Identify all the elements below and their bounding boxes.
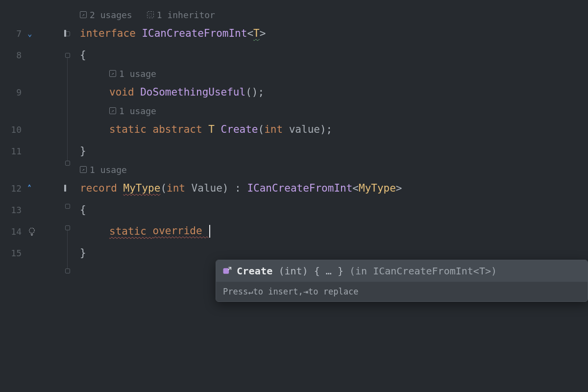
footer-text: to replace bbox=[308, 287, 358, 296]
fold-handle-icon[interactable] bbox=[65, 269, 70, 273]
svg-rect-1 bbox=[223, 268, 229, 274]
punctuation: (); bbox=[245, 86, 264, 98]
code-line[interactable]: record MyType(int Value) : ICanCreateFro… bbox=[71, 177, 588, 199]
keyword: int bbox=[264, 123, 289, 135]
method-name: Create bbox=[221, 123, 258, 135]
footer-text: to insert, bbox=[253, 287, 303, 296]
line-number: 8 bbox=[0, 50, 24, 60]
type-param: T bbox=[253, 27, 260, 39]
inheritors-hint: 1 inheritor bbox=[157, 10, 215, 20]
tab-key-icon: ⇥ bbox=[303, 287, 308, 296]
keyword: void bbox=[109, 86, 140, 98]
code-line[interactable]: interface ICanCreateFromInt<T> bbox=[71, 23, 588, 44]
code-line[interactable]: void DoSomethingUseful(); bbox=[71, 81, 588, 103]
footer-text: Press bbox=[223, 287, 248, 296]
keyword: static bbox=[109, 123, 153, 135]
type-name: MyType bbox=[123, 182, 161, 194]
paren: ( bbox=[160, 182, 167, 194]
gutter-row[interactable]: 10 bbox=[0, 119, 71, 140]
line-number: 13 bbox=[0, 205, 24, 215]
gutter-row[interactable]: 14 bbox=[0, 220, 71, 242]
punctuation: ) : bbox=[222, 182, 247, 194]
angle-bracket: > bbox=[260, 27, 266, 39]
angle-bracket: < bbox=[352, 182, 359, 194]
implements-icon[interactable]: ˄ bbox=[27, 184, 31, 193]
usages-hint: 1 usage bbox=[119, 69, 156, 79]
parameter: value bbox=[289, 123, 320, 135]
usage-icon: ↗ bbox=[80, 11, 87, 18]
completion-sig: (int) { … } bbox=[279, 265, 343, 277]
type-name: MyType bbox=[359, 182, 396, 194]
inheritor-icon: ⬚ bbox=[147, 11, 154, 18]
code-line[interactable]: static abstract T Create(int value); bbox=[71, 119, 588, 140]
keyword: int bbox=[167, 182, 192, 194]
code-vision[interactable]: ↗2 usages ⬚1 inheritor bbox=[71, 7, 588, 23]
gutter: 7 ⌄ 8 9 10 11 12 ˄ bbox=[0, 0, 71, 392]
keyword: abstract bbox=[153, 123, 209, 135]
usages-hint: 2 usages bbox=[90, 10, 132, 20]
keyword: override bbox=[153, 225, 211, 238]
usage-icon: ↗ bbox=[109, 70, 116, 77]
change-marker-icon bbox=[64, 185, 66, 192]
method-name: DoSomethingUseful bbox=[140, 86, 245, 98]
return-type: T bbox=[208, 123, 220, 135]
completion-item[interactable]: Create (int) { … } (in ICanCreateFromInt… bbox=[216, 260, 588, 282]
line-number: 7 bbox=[0, 28, 24, 39]
angle-bracket: > bbox=[396, 182, 402, 194]
gutter-row[interactable]: 8 bbox=[0, 44, 71, 66]
usages-hint: 1 usage bbox=[90, 165, 127, 175]
code-vision[interactable]: ↗1 usage bbox=[71, 66, 588, 81]
usage-icon: ↗ bbox=[80, 166, 87, 173]
keyword: interface bbox=[80, 27, 142, 39]
method-override-icon bbox=[222, 266, 232, 276]
keyword: record bbox=[80, 182, 123, 194]
enter-key-icon: ↵ bbox=[248, 287, 253, 296]
gutter-row[interactable]: 11 bbox=[0, 140, 71, 162]
usages-hint: 1 usage bbox=[119, 106, 156, 116]
type-name: ICanCreateFromInt bbox=[142, 27, 247, 39]
svg-point-0 bbox=[29, 228, 35, 233]
gutter-row[interactable]: 13 bbox=[0, 199, 71, 220]
type-name: ICanCreateFromInt bbox=[247, 182, 352, 194]
code-line-caret[interactable]: static override bbox=[71, 220, 588, 242]
usage-icon: ↗ bbox=[109, 107, 116, 114]
change-marker-icon bbox=[64, 30, 66, 37]
completion-origin: (in ICanCreateFromInt<T>) bbox=[349, 265, 497, 277]
lightbulb-icon[interactable] bbox=[27, 227, 36, 236]
gutter-row[interactable]: 9 bbox=[0, 81, 71, 103]
gutter-row[interactable]: 7 ⌄ bbox=[0, 23, 71, 44]
line-number: 9 bbox=[0, 87, 24, 98]
code-line[interactable]: { bbox=[71, 199, 588, 220]
gutter-row[interactable]: 12 ˄ bbox=[0, 177, 71, 199]
code-editor[interactable]: 7 ⌄ 8 9 10 11 12 ˄ bbox=[0, 0, 588, 392]
code-vision[interactable]: ↗1 usage bbox=[71, 162, 588, 177]
implemented-icon[interactable]: ⌄ bbox=[27, 29, 32, 38]
brace: { bbox=[80, 49, 86, 61]
gutter-row[interactable]: 15 bbox=[0, 242, 71, 264]
angle-bracket: < bbox=[247, 27, 253, 39]
brace: } bbox=[80, 145, 86, 157]
keyword: static bbox=[109, 225, 153, 237]
paren: ( bbox=[258, 123, 264, 135]
editor-content[interactable]: ↗2 usages ⬚1 inheritor interface ICanCre… bbox=[71, 0, 588, 392]
line-number: 14 bbox=[0, 226, 24, 237]
code-line[interactable]: } bbox=[71, 140, 588, 162]
paren: ); bbox=[320, 123, 332, 135]
line-number: 11 bbox=[0, 146, 24, 156]
completion-popup[interactable]: Create (int) { … } (in ICanCreateFromInt… bbox=[216, 260, 588, 302]
line-number: 10 bbox=[0, 124, 24, 135]
parameter: Value bbox=[192, 182, 222, 194]
completion-hint: Press ↵ to insert, ⇥ to replace bbox=[216, 282, 588, 301]
code-line[interactable]: { bbox=[71, 44, 588, 66]
line-number: 15 bbox=[0, 248, 24, 258]
brace: } bbox=[80, 247, 86, 259]
completion-name: Create bbox=[237, 265, 272, 277]
line-number: 12 bbox=[0, 183, 24, 194]
brace: { bbox=[80, 204, 86, 216]
code-vision[interactable]: ↗1 usage bbox=[71, 103, 588, 119]
